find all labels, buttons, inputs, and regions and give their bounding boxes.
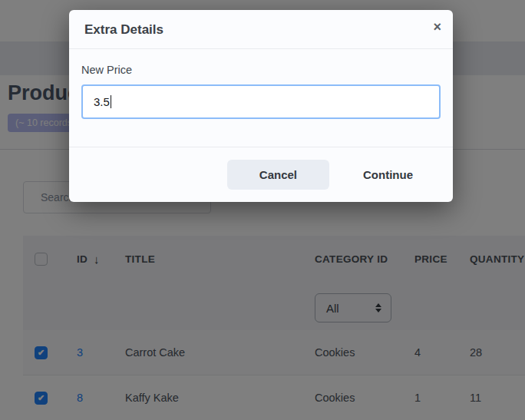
app-window: Products (~ 10 records) ID ↓ TITLE CATEG… [0, 0, 525, 420]
new-price-label: New Price [81, 64, 441, 76]
new-price-value: 3.5 [94, 95, 110, 108]
cancel-button[interactable]: Cancel [227, 160, 329, 190]
extra-details-modal: Extra Details × New Price 3.5 Cancel Con… [69, 10, 453, 202]
new-price-input[interactable]: 3.5 [81, 84, 441, 119]
modal-title: Extra Details [84, 22, 163, 37]
close-icon[interactable]: × [433, 20, 441, 34]
continue-button[interactable]: Continue [342, 160, 434, 190]
modal-header: Extra Details × [69, 10, 453, 49]
text-cursor [111, 95, 112, 108]
modal-body: New Price 3.5 [69, 49, 453, 147]
modal-footer: Cancel Continue [69, 147, 453, 202]
